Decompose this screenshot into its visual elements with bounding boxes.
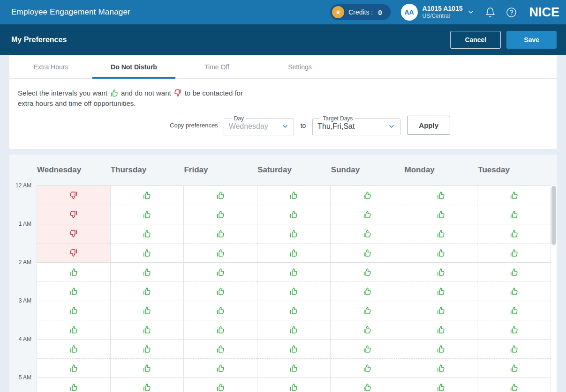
interval-cell-wednesday-r2[interactable] (37, 224, 111, 244)
interval-cell-tuesday-r10[interactable] (477, 378, 551, 392)
interval-cell-thursday-r10[interactable] (111, 378, 184, 392)
interval-cell-monday-r0[interactable] (404, 186, 478, 205)
grid-scrollbar[interactable] (551, 186, 556, 245)
interval-cell-friday-r8[interactable] (184, 340, 257, 359)
credits-badge[interactable]: ★ Credits : 0 (330, 4, 390, 20)
interval-cell-thursday-r7[interactable] (111, 320, 184, 340)
thumbs-up-icon (68, 382, 79, 392)
interval-cell-thursday-r9[interactable] (111, 359, 184, 378)
interval-cell-wednesday-r1[interactable] (37, 205, 111, 224)
interval-cell-tuesday-r5[interactable] (477, 282, 551, 301)
interval-cell-thursday-r3[interactable] (111, 244, 184, 263)
thumbs-up-icon (288, 344, 299, 354)
interval-cell-sunday-r1[interactable] (331, 205, 404, 224)
interval-cell-thursday-r1[interactable] (111, 205, 184, 224)
interval-cell-wednesday-r6[interactable] (37, 301, 111, 320)
interval-cell-tuesday-r1[interactable] (477, 205, 551, 224)
interval-cell-friday-r3[interactable] (184, 244, 257, 263)
interval-cell-tuesday-r8[interactable] (477, 340, 551, 359)
hour-label: 5 AM (19, 374, 31, 381)
interval-cell-monday-r8[interactable] (404, 340, 478, 359)
interval-cell-friday-r5[interactable] (184, 282, 257, 301)
interval-cell-wednesday-r3[interactable] (37, 244, 111, 263)
interval-cell-saturday-r1[interactable] (257, 205, 331, 224)
interval-cell-monday-r3[interactable] (404, 244, 478, 263)
tab-time-off[interactable]: Time Off (175, 55, 258, 78)
interval-cell-wednesday-r8[interactable] (37, 340, 111, 359)
interval-cell-saturday-r8[interactable] (257, 340, 331, 359)
interval-cell-monday-r4[interactable] (404, 263, 478, 282)
interval-cell-saturday-r10[interactable] (257, 378, 331, 392)
day-select[interactable]: Day Wednesday (224, 115, 294, 135)
thumbs-up-icon (436, 344, 446, 354)
interval-cell-tuesday-r9[interactable] (477, 359, 551, 378)
interval-cell-tuesday-r0[interactable] (477, 186, 551, 205)
interval-cell-thursday-r0[interactable] (111, 186, 184, 205)
interval-cell-thursday-r8[interactable] (111, 340, 184, 359)
interval-cell-friday-r4[interactable] (184, 263, 257, 282)
interval-cell-saturday-r6[interactable] (257, 301, 331, 320)
user-menu[interactable]: AA A1015 A1015 US/Central (401, 4, 475, 21)
save-button[interactable]: Save (506, 31, 557, 49)
interval-cell-monday-r2[interactable] (404, 224, 478, 244)
interval-cell-monday-r5[interactable] (404, 282, 478, 301)
interval-cell-thursday-r4[interactable] (111, 263, 184, 282)
interval-cell-saturday-r9[interactable] (257, 359, 331, 378)
interval-cell-thursday-r2[interactable] (111, 224, 184, 244)
interval-cell-tuesday-r3[interactable] (477, 244, 551, 263)
interval-cell-thursday-r5[interactable] (111, 282, 184, 301)
interval-cell-sunday-r9[interactable] (331, 359, 404, 378)
notifications-button[interactable] (485, 7, 496, 18)
interval-cell-sunday-r2[interactable] (331, 224, 404, 244)
tab-extra-hours[interactable]: Extra Hours (9, 55, 92, 78)
interval-cell-monday-r10[interactable] (404, 378, 478, 392)
tab-settings[interactable]: Settings (258, 55, 341, 78)
thumbs-up-icon (288, 325, 299, 335)
interval-cell-saturday-r5[interactable] (257, 282, 331, 301)
interval-cell-tuesday-r7[interactable] (477, 320, 551, 340)
interval-cell-monday-r9[interactable] (404, 359, 478, 378)
interval-cell-saturday-r2[interactable] (257, 224, 331, 244)
interval-cell-saturday-r7[interactable] (257, 320, 331, 340)
interval-cell-tuesday-r6[interactable] (477, 301, 551, 320)
interval-cell-sunday-r6[interactable] (331, 301, 404, 320)
interval-cell-friday-r9[interactable] (184, 359, 257, 378)
interval-cell-saturday-r3[interactable] (257, 244, 331, 263)
tab-do-not-disturb[interactable]: Do Not Disturb (92, 55, 175, 78)
apply-button[interactable]: Apply (407, 116, 450, 135)
interval-cell-sunday-r3[interactable] (331, 244, 404, 263)
interval-cell-sunday-r0[interactable] (331, 186, 404, 205)
interval-cell-tuesday-r4[interactable] (477, 263, 551, 282)
interval-cell-monday-r7[interactable] (404, 320, 478, 340)
interval-cell-friday-r2[interactable] (184, 224, 257, 244)
credits-value: 0 (378, 8, 382, 16)
interval-cell-wednesday-r4[interactable] (37, 263, 111, 282)
interval-cell-tuesday-r2[interactable] (477, 224, 551, 244)
interval-cell-saturday-r0[interactable] (257, 186, 331, 205)
interval-cell-wednesday-r7[interactable] (37, 320, 111, 340)
interval-cell-friday-r7[interactable] (184, 320, 257, 340)
target-days-select[interactable]: Target Days Thu,Fri,Sat (312, 115, 400, 135)
thumbs-down-icon (68, 209, 79, 220)
interval-cell-wednesday-r9[interactable] (37, 359, 111, 378)
cancel-button[interactable]: Cancel (450, 31, 501, 49)
interval-cell-sunday-r5[interactable] (331, 282, 404, 301)
interval-cell-wednesday-r5[interactable] (37, 282, 111, 301)
interval-cell-sunday-r7[interactable] (331, 320, 404, 340)
interval-cell-monday-r1[interactable] (404, 205, 478, 224)
interval-cell-wednesday-r10[interactable] (37, 378, 111, 392)
interval-cell-friday-r10[interactable] (184, 378, 257, 392)
interval-cell-monday-r6[interactable] (404, 301, 478, 320)
interval-cell-friday-r6[interactable] (184, 301, 257, 320)
interval-cell-sunday-r8[interactable] (331, 340, 404, 359)
help-button[interactable] (506, 7, 517, 18)
interval-cell-sunday-r10[interactable] (331, 378, 404, 392)
interval-cell-friday-r1[interactable] (184, 205, 257, 224)
thumbs-up-icon (68, 286, 79, 296)
interval-cell-wednesday-r0[interactable] (37, 186, 111, 205)
interval-cell-friday-r0[interactable] (184, 186, 257, 205)
interval-cell-thursday-r6[interactable] (111, 301, 184, 320)
interval-cell-sunday-r4[interactable] (331, 263, 404, 282)
thumbs-up-icon (436, 190, 446, 200)
interval-cell-saturday-r4[interactable] (257, 263, 331, 282)
